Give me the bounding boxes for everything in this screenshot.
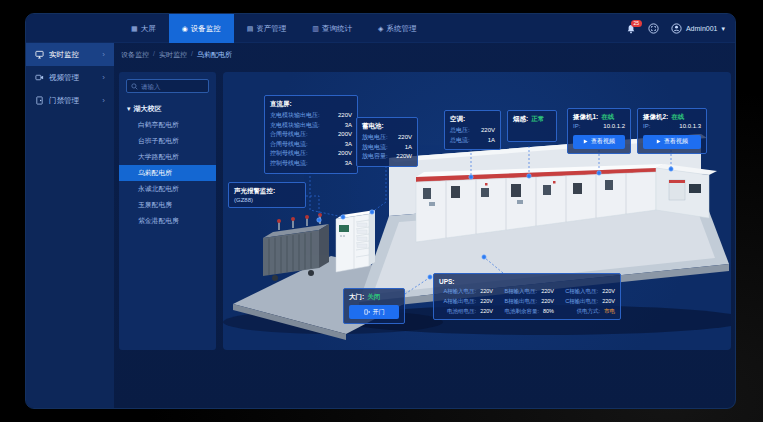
tree-item[interactable]: 白鹤亭配电所 xyxy=(119,117,216,133)
field-value: 220V xyxy=(480,287,493,296)
field-value: 220V xyxy=(602,297,615,306)
field-value: 3A xyxy=(345,121,352,131)
search-input[interactable] xyxy=(141,83,204,90)
field-value: 220V xyxy=(602,287,615,296)
door-open-icon xyxy=(364,309,370,315)
field-value: 3A xyxy=(345,140,352,150)
nav-item-bigscreen[interactable]: ▦ 大屏 xyxy=(118,14,169,43)
hotspot-ac[interactable] xyxy=(469,175,473,179)
breadcrumb-item[interactable]: 设备监控 xyxy=(121,50,149,60)
nav-label: 资产管理 xyxy=(256,24,286,34)
field-value: 220W xyxy=(396,152,412,162)
breadcrumb-separator: / xyxy=(153,50,155,60)
tree-item-selected[interactable]: 乌莉配电所 xyxy=(119,165,216,181)
tree-item[interactable]: 玉泉配电房 xyxy=(119,197,216,213)
chevron-right-icon: › xyxy=(102,73,105,82)
field-label: 供电方式: xyxy=(576,307,600,316)
field-value: 1A xyxy=(405,143,412,153)
notifications-button[interactable]: 25 xyxy=(626,24,636,34)
hotspot-camera2[interactable] xyxy=(669,167,673,171)
button-label: 查看视频 xyxy=(664,137,688,146)
ups-panel: UPS: A相输入电压:220V B相输入电压:220V C相输入电压:220V… xyxy=(433,273,621,320)
tree-item[interactable]: 大学路配电所 xyxy=(119,149,216,165)
door-icon xyxy=(35,96,44,105)
field-label: A相输出电压: xyxy=(443,297,476,306)
sidebar-label: 视频管理 xyxy=(49,73,79,83)
view-video-button[interactable]: 查看视频 xyxy=(643,135,701,149)
notification-badge: 25 xyxy=(631,20,642,27)
tree-item[interactable]: 台班子配电所 xyxy=(119,133,216,149)
ip-value: 10.0.1.2 xyxy=(603,122,625,132)
nav-item-statistics[interactable]: ▥ 查询统计 xyxy=(299,14,365,43)
caret-down-icon: ▾ xyxy=(127,105,131,113)
nav-item-assets[interactable]: ▤ 资产管理 xyxy=(234,14,300,43)
tree-search xyxy=(126,79,209,93)
field-value: 220V xyxy=(480,307,493,316)
sidebar-label: 门禁管理 xyxy=(49,96,79,106)
hotspot-ups[interactable] xyxy=(482,255,486,259)
user-menu[interactable]: Admin001 ▾ xyxy=(671,23,725,34)
open-door-button[interactable]: 开门 xyxy=(349,305,399,319)
sound-light-alarm-panel: 声光报警监控: (GZ88) xyxy=(228,182,306,208)
panel-title: 蓄电池: xyxy=(362,122,412,131)
field-label: C相输入电压: xyxy=(565,287,598,296)
breadcrumb-item[interactable]: 实时监控 xyxy=(159,50,187,60)
sidebar-item-access-control[interactable]: 门禁管理 › xyxy=(26,89,114,112)
hotspot-dc-screen[interactable] xyxy=(341,215,345,219)
hotspot-alarm[interactable] xyxy=(317,218,321,222)
panel-title: 烟感: xyxy=(513,115,528,124)
nav-label: 大屏 xyxy=(141,24,156,34)
field-value: 200V xyxy=(338,130,352,140)
nav-item-system[interactable]: ◈ 系统管理 xyxy=(365,14,429,43)
field-label: 控制母线电压: xyxy=(270,149,308,159)
screen: ▦ 大屏 ◉ 设备监控 ▤ 资产管理 ▥ 查询统计 ◈ 系统管理 xyxy=(0,0,763,422)
breadcrumb: 设备监控 / 实时监控 / 乌莉配电所 xyxy=(121,50,232,60)
status-badge: 关闭 xyxy=(367,293,380,302)
hotspot-smoke[interactable] xyxy=(527,174,531,178)
room-monitor-canvas: 直流屏: 充电模块输出电压:220V 充电模块输出电流:3A 合闸母线电压:20… xyxy=(223,72,731,350)
tree-item[interactable]: 永诚北配电所 xyxy=(119,181,216,197)
panel-title: 摄像机2: xyxy=(643,113,668,122)
sidebar-item-realtime-monitor[interactable]: 实时监控 › xyxy=(26,43,114,66)
field-label: 合闸母线电压: xyxy=(270,130,308,140)
view-video-button[interactable]: 查看视频 xyxy=(573,135,625,149)
username: Admin001 xyxy=(686,25,718,32)
field-label: A相输入电压: xyxy=(443,287,476,296)
tree-parent-label: 湖大校区 xyxy=(134,104,162,114)
topbar-right-cluster: 25 Admin001 ▾ xyxy=(626,14,725,43)
top-nav-menu: ▦ 大屏 ◉ 设备监控 ▤ 资产管理 ▥ 查询统计 ◈ 系统管理 xyxy=(118,14,429,43)
panel-title: 直流屏: xyxy=(270,100,352,109)
breadcrumb-separator: / xyxy=(191,50,193,60)
nav-label: 查询统计 xyxy=(322,24,352,34)
fullscreen-icon[interactable] xyxy=(648,23,659,34)
sidebar: 实时监控 › 视频管理 › 门禁管理 › xyxy=(26,43,114,408)
tree-item[interactable]: 紫金港配电房 xyxy=(119,213,216,229)
nav-label: 系统管理 xyxy=(386,24,416,34)
nav-item-device-monitor[interactable]: ◉ 设备监控 xyxy=(169,14,234,43)
realtime-monitor-icon xyxy=(35,50,44,59)
hotspot-door[interactable] xyxy=(428,275,432,279)
field-label: 充电模块输出电流: xyxy=(270,121,320,131)
field-label: C相输出电压: xyxy=(565,297,598,306)
ip-value: 10.0.1.3 xyxy=(679,122,701,132)
camera2-panel: 摄像机2: 在线 IP:10.0.1.3 查看视频 xyxy=(637,108,707,154)
hotspot-camera1[interactable] xyxy=(597,171,601,175)
field-label: 合闸母线电流: xyxy=(270,140,308,150)
sidebar-item-video-management[interactable]: 视频管理 › xyxy=(26,66,114,89)
bigscreen-icon: ▦ xyxy=(131,25,138,32)
camera1-panel: 摄像机1: 在线 IP:10.0.1.2 查看视频 xyxy=(567,108,631,154)
field-label: 放电电流: xyxy=(362,143,388,153)
video-icon xyxy=(35,73,44,82)
play-icon xyxy=(656,139,661,144)
alarm-model: (GZ88) xyxy=(234,197,300,203)
field-value: 220V xyxy=(398,133,412,143)
hotspot-battery[interactable] xyxy=(370,210,374,214)
nav-label: 设备监控 xyxy=(191,24,221,34)
smoke-sensor-panel: 烟感: 正常 xyxy=(507,110,557,142)
field-value-power-mode: 市电 xyxy=(604,307,615,316)
tree-parent-node[interactable]: ▾ 湖大校区 xyxy=(119,101,216,117)
battery-panel: 蓄电池: 放电电压:220V 放电电流:1A 放电容量:220W xyxy=(356,117,418,167)
search-icon xyxy=(131,83,138,90)
chevron-right-icon: › xyxy=(102,50,105,59)
sidebar-label: 实时监控 xyxy=(49,50,79,60)
